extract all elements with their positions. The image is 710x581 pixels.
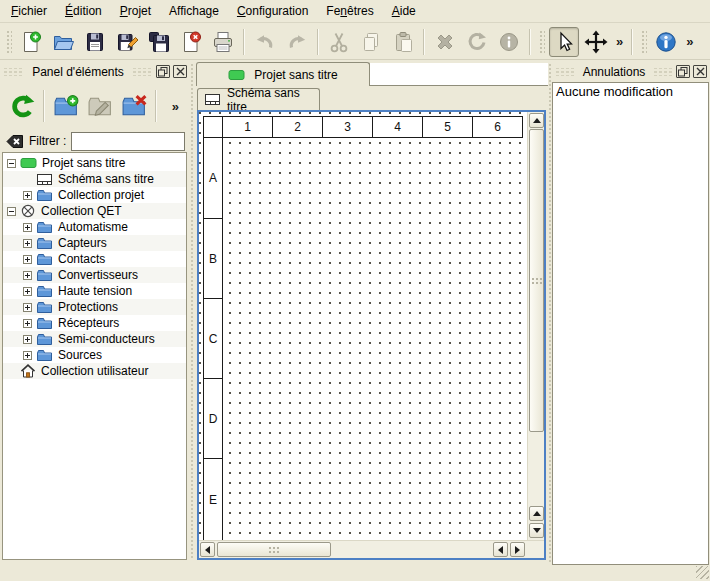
dock-drag-texture[interactable] bbox=[555, 68, 575, 76]
tree-item-haute-tension[interactable]: Haute tension bbox=[3, 283, 186, 299]
close-document-button[interactable] bbox=[176, 27, 206, 57]
expander-plus-icon[interactable] bbox=[23, 271, 32, 280]
tree-item-protections[interactable]: Protections bbox=[3, 299, 186, 315]
tree-item-semi-conducteurs[interactable]: Semi-conducteurs bbox=[3, 331, 186, 347]
save-button[interactable] bbox=[80, 27, 110, 57]
tree-item-capteurs[interactable]: Capteurs bbox=[3, 235, 186, 251]
scroll-left-button[interactable] bbox=[493, 542, 508, 557]
tree-item-recepteurs[interactable]: Récepteurs bbox=[3, 315, 186, 331]
menu-aide[interactable]: Aide bbox=[383, 1, 425, 21]
tab-schema[interactable]: Schéma sans titre bbox=[197, 88, 320, 110]
tree-item-collection-utilisateur[interactable]: Collection utilisateur bbox=[3, 363, 186, 379]
menu-fichier[interactable]: Fichier bbox=[2, 1, 56, 21]
redo-button[interactable] bbox=[282, 27, 312, 57]
tree-item-collection-qet[interactable]: Collection QET bbox=[3, 203, 186, 219]
scroll-left-button[interactable] bbox=[200, 542, 215, 557]
arrow-left-icon bbox=[205, 546, 210, 554]
tree-item-schema-sans-titre[interactable]: Schéma sans titre bbox=[3, 171, 186, 187]
save-icon bbox=[83, 30, 107, 54]
scroll-up-button[interactable] bbox=[529, 113, 544, 128]
expander-plus-icon[interactable] bbox=[23, 351, 32, 360]
tree-item-projet-sans-titre[interactable]: Projet sans titre bbox=[3, 155, 186, 171]
reload-collections-button[interactable] bbox=[5, 88, 39, 124]
toolbar-drag-handle[interactable] bbox=[538, 29, 545, 55]
toolbar-overflow-button[interactable]: » bbox=[168, 99, 183, 114]
cut-button[interactable] bbox=[324, 27, 354, 57]
tree-item-sources[interactable]: Sources bbox=[3, 347, 186, 363]
about-qet-button[interactable] bbox=[651, 27, 681, 57]
dock-drag-texture[interactable] bbox=[3, 68, 24, 76]
expander-plus-icon[interactable] bbox=[23, 239, 32, 248]
element-info-button[interactable] bbox=[494, 27, 524, 57]
menu-edition[interactable]: Édition bbox=[56, 1, 111, 21]
toolbar-drag-handle[interactable] bbox=[5, 29, 12, 55]
tree-item-automatisme[interactable]: Automatisme bbox=[3, 219, 186, 235]
expander-minus-icon[interactable] bbox=[7, 159, 16, 168]
tab-project[interactable]: Projet sans titre bbox=[196, 62, 370, 86]
toolbar-drag-handle[interactable] bbox=[640, 29, 647, 55]
expander-plus-icon[interactable] bbox=[23, 191, 32, 200]
toolbar-separator bbox=[423, 29, 425, 55]
horizontal-scrollbar-thumb[interactable] bbox=[217, 542, 331, 557]
folder-icon bbox=[36, 301, 53, 314]
dock-drag-texture[interactable] bbox=[132, 68, 153, 76]
expander-plus-icon[interactable] bbox=[23, 223, 32, 232]
move-mode-button[interactable] bbox=[581, 27, 611, 57]
print-button[interactable] bbox=[208, 27, 238, 57]
schema-icon bbox=[36, 173, 53, 186]
left-splitter-handle[interactable] bbox=[190, 63, 195, 560]
tree-indent-spacer bbox=[23, 175, 32, 184]
expander-plus-icon[interactable] bbox=[23, 335, 32, 344]
menu-affichage[interactable]: Affichage bbox=[160, 1, 228, 21]
edit-category-button[interactable] bbox=[83, 88, 117, 124]
scroll-right-button[interactable] bbox=[510, 542, 525, 557]
row-header: D bbox=[203, 378, 223, 459]
expander-minus-icon[interactable] bbox=[7, 207, 16, 216]
delete-category-button[interactable] bbox=[117, 88, 151, 124]
float-panel-button[interactable] bbox=[676, 65, 690, 78]
copy-button[interactable] bbox=[356, 27, 386, 57]
size-grip[interactable] bbox=[696, 566, 709, 579]
filter-input[interactable] bbox=[71, 132, 185, 151]
tree-item-collection-projet[interactable]: Collection projet bbox=[3, 187, 186, 203]
open-file-button[interactable] bbox=[48, 27, 78, 57]
save-as-button[interactable] bbox=[112, 27, 142, 57]
undo-button[interactable] bbox=[250, 27, 280, 57]
menu-fenetres[interactable]: Fenêtres bbox=[317, 1, 382, 21]
delete-button[interactable] bbox=[430, 27, 460, 57]
close-panel-button[interactable] bbox=[693, 65, 707, 78]
close-panel-button[interactable] bbox=[173, 65, 187, 78]
save-all-button[interactable] bbox=[144, 27, 174, 57]
diagram-canvas[interactable]: 123456 ABCDE bbox=[199, 112, 527, 540]
select-arrow-button[interactable] bbox=[549, 27, 579, 57]
float-panel-button[interactable] bbox=[156, 65, 170, 78]
paste-button[interactable] bbox=[388, 27, 418, 57]
toolbar-overflow-button[interactable]: » bbox=[612, 34, 627, 49]
undo-list-item[interactable]: Aucune modification bbox=[553, 83, 708, 100]
print-icon bbox=[211, 30, 235, 54]
toolbar-overflow-button[interactable]: » bbox=[682, 34, 697, 49]
new-document-button[interactable] bbox=[16, 27, 46, 57]
rotate-icon bbox=[465, 30, 489, 54]
tree-item-convertisseurs[interactable]: Convertisseurs bbox=[3, 267, 186, 283]
clear-filter-button[interactable] bbox=[5, 134, 24, 149]
rotate-button[interactable] bbox=[462, 27, 492, 57]
scroll-up-button[interactable] bbox=[529, 506, 544, 521]
horizontal-scrollbar[interactable] bbox=[199, 540, 544, 558]
scroll-down-button[interactable] bbox=[529, 523, 544, 538]
vertical-scrollbar[interactable] bbox=[527, 112, 544, 540]
expander-plus-icon[interactable] bbox=[23, 287, 32, 296]
new-category-button[interactable] bbox=[49, 88, 83, 124]
column-header: 2 bbox=[272, 116, 323, 138]
vertical-scrollbar-thumb[interactable] bbox=[529, 129, 544, 432]
toolbar-separator bbox=[317, 29, 319, 55]
expander-plus-icon[interactable] bbox=[23, 319, 32, 328]
tree-item-label: Collection QET bbox=[40, 204, 122, 218]
expander-plus-icon[interactable] bbox=[23, 303, 32, 312]
menu-projet[interactable]: Projet bbox=[111, 1, 160, 21]
expander-plus-icon[interactable] bbox=[23, 255, 32, 264]
tree-item-contacts[interactable]: Contacts bbox=[3, 251, 186, 267]
dock-drag-texture[interactable] bbox=[653, 68, 673, 76]
delete-icon bbox=[433, 30, 457, 54]
menu-configuration[interactable]: Configuration bbox=[228, 1, 317, 21]
